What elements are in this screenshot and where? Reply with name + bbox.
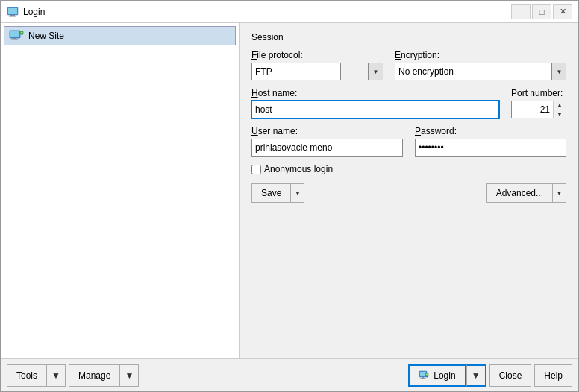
login-icon — [419, 370, 431, 382]
advanced-button-group: Advanced... ▼ — [486, 183, 566, 203]
login-dropdown-button[interactable]: ▼ — [466, 364, 486, 387]
svg-rect-12 — [422, 377, 424, 378]
host-name-label: Host name: — [251, 88, 499, 98]
port-number-label: Port number: — [511, 88, 566, 98]
close-window-button[interactable]: ✕ — [553, 4, 572, 19]
encryption-group: Encryption: No encryption Use explicit F… — [395, 50, 566, 80]
user-name-group: User name: — [251, 126, 403, 157]
svg-rect-15 — [426, 373, 428, 375]
password-underline: P — [415, 126, 421, 136]
port-decrement-button[interactable]: ▼ — [554, 110, 566, 119]
host-name-group: Host name: — [251, 88, 499, 118]
svg-rect-6 — [13, 38, 16, 39]
svg-rect-1 — [8, 8, 17, 14]
window-controls: — □ ✕ — [511, 4, 572, 19]
manage-dropdown-button[interactable]: ▼ — [120, 364, 139, 387]
footer: Tools ▼ Manage ▼ — [1, 358, 578, 391]
help-button[interactable]: Help — [534, 364, 572, 387]
password-input[interactable] — [415, 139, 566, 157]
port-number-input[interactable] — [512, 101, 553, 118]
svg-rect-13 — [421, 378, 426, 379]
encryption-label: Encryption: — [395, 50, 566, 60]
footer-right: Login ▼ Close Help — [408, 364, 572, 387]
content-area: New Site Session File protocol: FTP SFTP… — [1, 23, 578, 358]
password-label: Password: — [415, 126, 566, 136]
site-item-new[interactable]: New Site — [4, 26, 236, 45]
window-title: Login — [23, 7, 511, 17]
file-protocol-group: File protocol: FTP SFTP SCP WebDAV S3 ▼ — [251, 50, 383, 80]
file-protocol-select-wrapper: FTP SFTP SCP WebDAV S3 ▼ — [251, 63, 383, 80]
encryption-underline: E — [395, 50, 401, 60]
svg-rect-2 — [10, 15, 15, 16]
file-protocol-label: File protocol: — [251, 50, 383, 60]
window-icon — [7, 6, 19, 18]
encryption-select[interactable]: No encryption Use explicit FTP over TLS … — [395, 63, 566, 80]
manage-button-group: Manage ▼ — [69, 364, 139, 387]
site-monitor-icon — [9, 30, 24, 42]
port-spinners: ▲ ▼ — [553, 101, 566, 118]
host-underline: H — [251, 88, 258, 98]
action-button-row: Save ▼ Advanced... ▼ — [251, 183, 566, 203]
anonymous-login-checkbox[interactable] — [251, 165, 261, 174]
advanced-button[interactable]: Advanced... — [486, 183, 553, 203]
port-input-wrapper: ▲ ▼ — [511, 101, 566, 118]
user-underline: U — [251, 126, 258, 136]
advanced-dropdown-button[interactable]: ▼ — [553, 183, 566, 203]
protocol-encryption-row: File protocol: FTP SFTP SCP WebDAV S3 ▼ — [251, 50, 566, 80]
minimize-button[interactable]: — — [511, 4, 531, 19]
site-tree-panel: New Site — [1, 23, 240, 358]
encryption-select-wrapper: No encryption Use explicit FTP over TLS … — [395, 63, 566, 80]
host-name-input[interactable] — [251, 101, 499, 118]
svg-rect-7 — [11, 39, 18, 40]
user-password-row: User name: Password: — [251, 126, 566, 157]
manage-button[interactable]: Manage — [69, 364, 120, 387]
session-panel: Session File protocol: FTP SFTP SCP WebD… — [240, 23, 578, 358]
file-protocol-dropdown-icon: ▼ — [368, 63, 383, 80]
tools-button-group: Tools ▼ — [7, 364, 66, 387]
session-section-title: Session — [251, 32, 566, 42]
user-name-label: User name: — [251, 126, 403, 136]
host-port-row: Host name: Port number: ▲ ▼ — [251, 88, 566, 118]
anonymous-login-row: Anonymous login — [251, 164, 566, 174]
maximize-button[interactable]: □ — [532, 4, 551, 19]
file-protocol-select[interactable]: FTP SFTP SCP WebDAV S3 — [251, 63, 341, 80]
save-dropdown-button[interactable]: ▼ — [291, 183, 304, 203]
password-group: Password: — [415, 126, 566, 157]
login-button[interactable]: Login — [408, 364, 466, 387]
svg-rect-5 — [10, 31, 19, 37]
port-number-group: Port number: ▲ ▼ — [511, 88, 566, 118]
close-button[interactable]: Close — [489, 364, 532, 387]
save-button[interactable]: Save — [251, 183, 291, 203]
svg-rect-9 — [21, 32, 23, 34]
login-button-group: Login ▼ — [408, 364, 486, 387]
svg-rect-3 — [9, 16, 16, 16]
site-label: New Site — [28, 31, 64, 41]
anonymous-login-label[interactable]: Anonymous login — [264, 164, 333, 174]
main-window: Login — □ ✕ New Site — [0, 0, 579, 392]
user-name-input[interactable] — [251, 139, 403, 157]
tools-dropdown-button[interactable]: ▼ — [47, 364, 66, 387]
footer-left: Tools ▼ Manage ▼ — [7, 364, 139, 387]
save-button-group: Save ▼ — [251, 183, 304, 203]
title-bar: Login — □ ✕ — [1, 1, 578, 23]
tools-button[interactable]: Tools — [7, 364, 47, 387]
port-increment-button[interactable]: ▲ — [554, 101, 566, 110]
